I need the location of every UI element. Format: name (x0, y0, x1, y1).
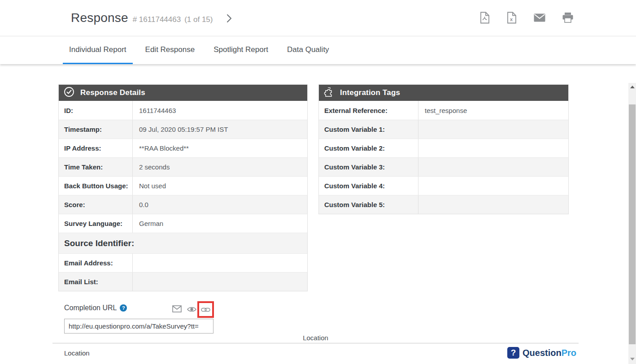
svg-text:x: x (510, 17, 513, 22)
row-label: Email Address: (59, 254, 133, 272)
table-row: Survey Language: German (59, 214, 307, 233)
table-row: Email Address: (59, 253, 307, 272)
vertical-scrollbar[interactable] (628, 83, 636, 364)
annotation-highlight-box (197, 301, 214, 318)
table-row: Score: 0.0 (59, 195, 307, 214)
page-title: Response (71, 11, 128, 25)
response-position-text: (1 of 15) (184, 15, 213, 24)
location-footer-heading: Location (64, 349, 90, 357)
help-icon[interactable]: ? (120, 304, 127, 312)
print-icon[interactable] (562, 13, 573, 23)
table-row: Email List: (59, 272, 307, 291)
completion-url-group: Completion URL ? (64, 304, 127, 312)
copy-link-icon[interactable] (201, 307, 210, 312)
integration-tags-title: Integration Tags (340, 88, 400, 97)
export-excel-icon[interactable]: x (507, 12, 517, 24)
row-label: Back Button Usage: (59, 177, 133, 195)
table-row: Timestamp: 09 Jul, 2020 05:19:57 PM IST (59, 120, 307, 139)
row-value: test_response (418, 107, 467, 114)
row-value: **RAA Blocked** (133, 144, 189, 152)
logo-text-primary: Question (523, 348, 562, 358)
row-label: ID: (59, 101, 133, 120)
row-label: Custom Variable 4: (319, 177, 418, 195)
tab-edit-response[interactable]: Edit Response (139, 37, 201, 64)
row-label: Custom Variable 2: (319, 139, 418, 157)
row-label: IP Address: (59, 139, 133, 157)
location-section-heading: Location (52, 334, 579, 342)
response-details-header: Response Details (59, 85, 307, 101)
email-response-icon[interactable] (534, 13, 545, 22)
row-value: 1611744463 (133, 107, 176, 114)
questionpro-logo-mark-icon: ? (507, 347, 519, 359)
tab-spotlight-report[interactable]: Spotlight Report (207, 37, 274, 64)
tab-data-quality[interactable]: Data Quality (281, 37, 335, 64)
top-header: Response # 1611744463 (1 of 15) x (0, 0, 636, 36)
section-divider (52, 343, 579, 343)
row-label: Custom Variable 1: (319, 120, 418, 139)
integration-tags-header: Integration Tags (319, 85, 568, 101)
header-actions: x (480, 12, 573, 24)
table-row: Custom Variable 4: (319, 176, 568, 195)
tab-individual-report[interactable]: Individual Report (63, 37, 133, 64)
table-row: ID: 1611744463 (59, 101, 307, 120)
table-row: Time Taken: 2 seconds (59, 157, 307, 176)
row-label: Score: (59, 195, 133, 214)
check-circle-icon (64, 87, 74, 99)
table-row: IP Address: **RAA Blocked** (59, 139, 307, 157)
row-value: 0.0 (133, 201, 148, 208)
table-row: Custom Variable 1: (319, 120, 568, 139)
next-response-chevron-icon[interactable] (226, 14, 232, 25)
table-row: Custom Variable 2: (319, 139, 568, 157)
row-label: Time Taken: (59, 158, 133, 176)
table-row: Back Button Usage: Not used (59, 176, 307, 195)
export-pdf-icon[interactable] (480, 12, 490, 24)
row-label: External Reference: (319, 101, 418, 120)
row-label: Survey Language: (59, 214, 133, 233)
completion-url-label: Completion URL (64, 304, 117, 312)
tabs: Individual Report Edit Response Spotligh… (63, 37, 335, 64)
row-value: 09 Jul, 2020 05:19:57 PM IST (133, 126, 228, 133)
response-id-text: # 1611744463 (133, 15, 181, 24)
questionpro-logo[interactable]: ? QuestionPro (507, 347, 576, 359)
row-value: German (133, 220, 163, 227)
row-label: Timestamp: (59, 120, 133, 139)
row-value: 2 seconds (133, 163, 170, 171)
response-viewer-screen: Response # 1611744463 (1 of 15) x (0, 0, 636, 364)
table-row: Custom Variable 5: (319, 195, 568, 214)
row-value: Not used (133, 182, 166, 190)
scrollbar-down-arrow[interactable] (628, 355, 636, 363)
tab-bar: Individual Report Edit Response Spotligh… (0, 37, 636, 64)
row-label: Custom Variable 3: (319, 158, 418, 176)
scrollbar-up-arrow[interactable] (628, 83, 636, 91)
title-group: Response # 1611744463 (1 of 15) (71, 11, 213, 25)
response-details-table: Response Details ID: 1611744463 Timestam… (58, 84, 308, 291)
scrollbar-thumb[interactable] (629, 104, 636, 344)
preview-url-eye-icon[interactable] (187, 306, 196, 312)
row-label: Email List: (59, 273, 133, 291)
row-label: Custom Variable 5: (319, 195, 418, 214)
puzzle-icon (324, 87, 334, 99)
table-row: Custom Variable 3: (319, 157, 568, 176)
source-identifier-section-header: Source Identifier: (59, 233, 307, 253)
table-row: External Reference: test_response (319, 101, 568, 120)
integration-tags-table: Integration Tags External Reference: tes… (318, 84, 569, 214)
response-details-title: Response Details (80, 88, 145, 97)
completion-url-input[interactable] (64, 319, 213, 334)
questionpro-logo-text: QuestionPro (523, 348, 576, 358)
send-url-mail-icon[interactable] (172, 305, 182, 312)
logo-text-accent: Pro (562, 348, 576, 358)
